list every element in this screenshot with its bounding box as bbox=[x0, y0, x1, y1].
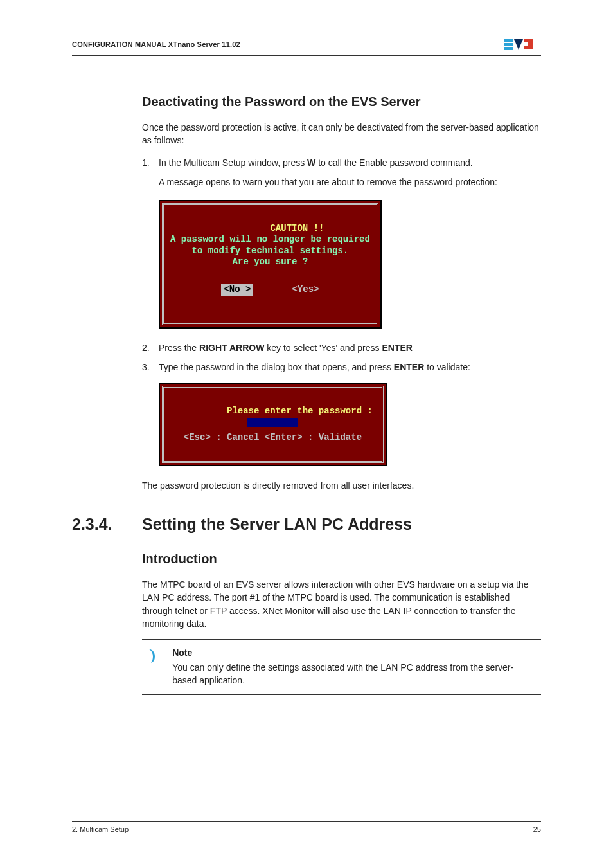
step2-key: RIGHT ARROW bbox=[199, 343, 264, 353]
step1-key: W bbox=[307, 158, 315, 168]
console-no-button: <No > bbox=[221, 284, 253, 296]
main-content: Deactivating the Password on the EVS Ser… bbox=[142, 95, 541, 695]
steps-list: In the Multicam Setup window, press W to… bbox=[142, 156, 541, 473]
after-console-text: The password protection is directly remo… bbox=[142, 479, 541, 492]
step3-text-b: to validate: bbox=[424, 362, 470, 372]
intro2-paragraph: The MTPC board of an EVS server allows i… bbox=[142, 578, 541, 630]
step1-text-a: In the Multicam Setup window, press bbox=[159, 158, 307, 168]
note-body: You can only define the settings associa… bbox=[172, 662, 513, 685]
svg-rect-0 bbox=[504, 39, 513, 42]
console1-line3: to modify technical settings. bbox=[192, 246, 349, 256]
page-footer: 2. Multicam Setup 25 bbox=[72, 821, 541, 833]
console2-line1: Please enter the password : bbox=[227, 406, 373, 416]
note-label: Note bbox=[172, 646, 537, 659]
svg-rect-3 bbox=[524, 39, 533, 42]
note-block: Note You can only define the settings as… bbox=[142, 639, 541, 695]
svg-rect-5 bbox=[524, 46, 533, 49]
svg-rect-1 bbox=[504, 43, 513, 46]
footer-right: 25 bbox=[533, 826, 541, 833]
console2-line2: <Esc> : Cancel <Enter> : Validate bbox=[184, 432, 362, 442]
step3-text-a: Type the password in the dialog box that… bbox=[159, 362, 394, 372]
page-header: CONFIGURATION MANUAL XTnano Server 11.02 bbox=[72, 37, 541, 56]
heading-deactivate: Deactivating the Password on the EVS Ser… bbox=[142, 95, 541, 109]
section-title: Setting the Server LAN PC Address bbox=[142, 515, 412, 534]
step-3: Type the password in the dialog box that… bbox=[142, 361, 541, 473]
console1-line1: CAUTION !! bbox=[270, 223, 324, 233]
step-1: In the Multicam Setup window, press W to… bbox=[142, 156, 541, 335]
note-icon bbox=[146, 646, 159, 687]
step1-text-b: to call the Enable password command. bbox=[315, 158, 472, 168]
section-heading-row: 2.3.4. Setting the Server LAN PC Address bbox=[142, 515, 541, 534]
note-text: Note You can only define the settings as… bbox=[172, 646, 537, 687]
password-input-field bbox=[247, 418, 298, 427]
svg-rect-4 bbox=[528, 42, 533, 46]
console-yes-button: <Yes> bbox=[292, 284, 319, 296]
step2-key2: ENTER bbox=[382, 343, 412, 353]
console-password: Please enter the password : <Esc> : Canc… bbox=[159, 383, 387, 466]
intro-paragraph: Once the password protection is active, … bbox=[142, 121, 541, 147]
header-title: CONFIGURATION MANUAL XTnano Server 11.02 bbox=[72, 41, 240, 48]
step1-substep: A message opens to warn you that you are… bbox=[159, 176, 541, 188]
svg-rect-2 bbox=[504, 47, 513, 50]
section-number: 2.3.4. bbox=[72, 515, 119, 534]
console1-line2: A password will no longer be required bbox=[170, 234, 370, 244]
console-caution: CAUTION !! A password will no longer be … bbox=[159, 200, 382, 329]
step2-text-b: key to select 'Yes' and press bbox=[264, 343, 382, 353]
step3-key: ENTER bbox=[394, 362, 424, 372]
heading-introduction: Introduction bbox=[142, 552, 541, 566]
evs-logo bbox=[504, 37, 541, 51]
step-2: Press the RIGHT ARROW key to select 'Yes… bbox=[142, 341, 541, 354]
console1-line4: Are you sure ? bbox=[233, 257, 308, 267]
step2-text-a: Press the bbox=[159, 343, 199, 353]
footer-left: 2. Multicam Setup bbox=[72, 826, 129, 833]
